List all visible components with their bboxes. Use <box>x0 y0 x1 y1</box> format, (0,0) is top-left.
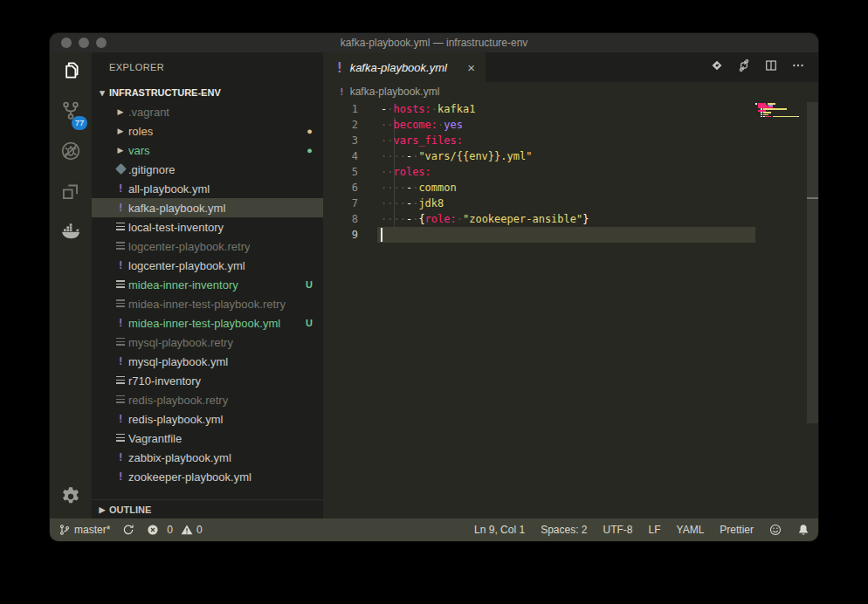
status-eol[interactable]: LF <box>649 524 661 536</box>
code-text: ····-·jdk8 <box>381 196 444 211</box>
gear-icon <box>59 485 82 511</box>
status-formatter[interactable]: Prettier <box>720 524 754 536</box>
sidebar-section-header[interactable]: ▾ INFRASTRUCTURE-ENV <box>92 83 323 102</box>
file-name: local-test-inventory <box>128 221 224 234</box>
activity-item-source-control[interactable]: 77 <box>50 93 92 133</box>
status-label: Prettier <box>720 524 754 536</box>
list-file-icon <box>113 298 128 310</box>
status-git-branch[interactable]: master* <box>59 524 110 536</box>
status-label: Ln 9, Col 1 <box>474 524 525 536</box>
open-changes-button[interactable] <box>707 58 727 77</box>
file-row--vagrant[interactable]: ▶.vagrant <box>92 102 323 121</box>
git-status-badge: U <box>306 279 313 290</box>
file-row-zookeeper-playbook-yml[interactable]: !zookeeper-playbook.yml <box>92 467 323 486</box>
outline-section-header[interactable]: ▶ OUTLINE <box>92 499 323 518</box>
status-label: LF <box>649 524 661 536</box>
traffic-lights <box>61 38 107 48</box>
file-row-logcenter-playbook-yml[interactable]: !logcenter-playbook.yml <box>92 256 323 275</box>
chevron-right-icon: ▶ <box>95 505 109 514</box>
file-row-redis-playbook-yml[interactable]: !redis-playbook.yml <box>92 409 323 429</box>
file-name: .gitignore <box>128 163 175 176</box>
code-text: ··roles: <box>381 164 431 180</box>
code-text: ····-·"vars/{{env}}.yml" <box>381 148 532 164</box>
status-notifications[interactable] <box>797 524 809 536</box>
tab-label: kafka-playbook.yml <box>350 61 447 74</box>
breadcrumb[interactable]: ! kafka-playbook.yml <box>323 82 818 101</box>
code-text: ··become:·yes <box>381 117 463 133</box>
status-encoding[interactable]: UTF-8 <box>603 524 633 536</box>
close-window-button[interactable] <box>61 38 72 48</box>
status-language-mode[interactable]: YAML <box>677 524 705 536</box>
file-name: mysql-playbook.retry <box>128 336 233 349</box>
status-label: UTF-8 <box>603 524 633 536</box>
file-row-midea-inner-test-playbook-yml[interactable]: !midea-inner-test-playbook.ymlU <box>92 313 323 333</box>
file-name: logcenter-playbook.yml <box>128 259 245 272</box>
git-file-icon <box>113 163 128 175</box>
file-name: midea-inner-test-playbook.retry <box>128 298 286 311</box>
scm-badge: 77 <box>72 116 87 130</box>
file-row-roles[interactable]: ▶roles● <box>92 121 323 141</box>
yaml-file-icon: ! <box>113 317 128 329</box>
warning-icon <box>181 524 193 536</box>
breadcrumb-label: kafka-playbook.yml <box>350 86 440 98</box>
activity-item-extensions[interactable] <box>50 173 92 213</box>
code-line-3: 3··vars_files: <box>323 133 818 148</box>
file-row-midea-inner-inventory[interactable]: midea-inner-inventoryU <box>92 275 323 294</box>
explorer-sidebar: EXPLORER ▾ INFRASTRUCTURE-ENV ▶.vagrant▶… <box>92 52 323 518</box>
yaml-file-icon: ! <box>113 470 128 483</box>
file-row-kafka-playbook-yml[interactable]: !kafka-playbook.yml <box>92 198 323 217</box>
text-cursor <box>381 228 382 242</box>
file-row-mysql-playbook-retry[interactable]: mysql-playbook.retry <box>92 333 323 352</box>
file-row-midea-inner-test-playbook-retry[interactable]: midea-inner-test-playbook.retry <box>92 294 323 313</box>
file-name: vars <box>128 144 150 157</box>
status-problems[interactable]: 00 <box>147 524 202 536</box>
more-actions-button[interactable] <box>789 58 808 77</box>
minimap[interactable] <box>755 103 806 518</box>
file-row-r710-inventory[interactable]: r710-inventory <box>92 371 323 390</box>
status-label: YAML <box>677 524 705 536</box>
code-line-6: 6····-·common <box>323 180 818 196</box>
split-editor-icon <box>764 58 778 76</box>
file-name: Vagrantfile <box>128 432 182 445</box>
sync-icon <box>122 524 134 536</box>
status-indentation[interactable]: Spaces: 2 <box>541 524 587 536</box>
status-sync[interactable] <box>122 524 134 536</box>
yaml-file-icon: ! <box>113 451 128 463</box>
code-line-7: 7····-·jdk8 <box>323 196 818 211</box>
outline-label: OUTLINE <box>109 504 151 515</box>
activity-bar: 77 <box>50 52 92 518</box>
status-cursor-position[interactable]: Ln 9, Col 1 <box>474 524 525 536</box>
vertical-scrollbar[interactable] <box>807 102 818 423</box>
file-row--gitignore[interactable]: .gitignore <box>92 160 323 179</box>
split-editor-button[interactable] <box>761 58 781 77</box>
close-tab-icon[interactable]: × <box>465 61 477 74</box>
status-label: master* <box>74 524 110 536</box>
file-row-zabbix-playbook-yml[interactable]: !zabbix-playbook.yml <box>92 448 323 467</box>
tab-kafka-playbook[interactable]: ! kafka-playbook.yml × <box>323 52 486 82</box>
file-row-vars[interactable]: ▶vars● <box>92 141 323 160</box>
compare-loop-icon <box>737 58 751 76</box>
file-name: .vagrant <box>128 106 169 119</box>
file-row-local-test-inventory[interactable]: local-test-inventory <box>92 217 323 237</box>
files-icon <box>59 59 82 86</box>
file-row-redis-playbook-retry[interactable]: redis-playbook.retry <box>92 390 323 409</box>
activity-item-debug[interactable] <box>50 133 92 173</box>
line-number: 4 <box>323 148 358 164</box>
file-row-all-playbook-yml[interactable]: !all-playbook.yml <box>92 179 323 198</box>
file-row-mysql-playbook-yml[interactable]: !mysql-playbook.yml <box>92 352 323 371</box>
git-status-badge: U <box>306 318 313 328</box>
compare-button[interactable] <box>734 58 754 77</box>
git-status-badge: ● <box>307 145 313 155</box>
activity-item-settings[interactable] <box>50 478 92 518</box>
activity-item-explorer[interactable] <box>50 52 92 93</box>
activity-item-docker[interactable] <box>50 213 92 253</box>
code-editor[interactable]: 1-·hosts:·kafka12··become:·yes3··vars_fi… <box>323 101 818 518</box>
file-row-logcenter-playbook-retry[interactable]: logcenter-playbook.retry <box>92 237 323 256</box>
file-row-vagrantfile[interactable]: Vagrantfile <box>92 429 323 448</box>
yaml-file-icon: ! <box>113 182 128 195</box>
minimize-window-button[interactable] <box>79 38 89 48</box>
code-line-8: 8····-·{role:·"zookeeper-ansible"} <box>323 211 818 227</box>
title-bar: kafka-playbook.yml — infrastructure-env <box>50 33 818 52</box>
zoom-window-button[interactable] <box>96 38 107 48</box>
status-feedback[interactable] <box>769 524 782 536</box>
